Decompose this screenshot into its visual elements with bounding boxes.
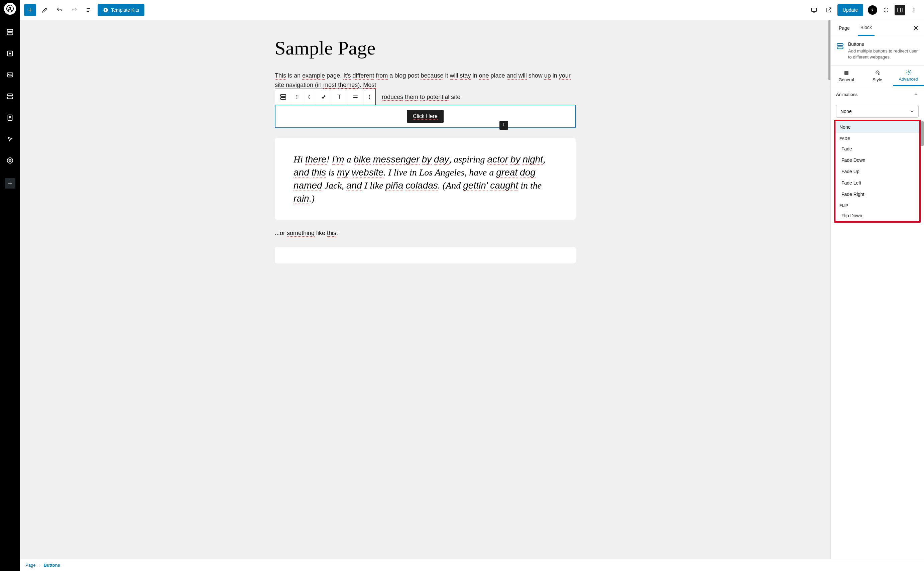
- dropdown-group-flip: FLIP: [835, 200, 919, 210]
- style-icon: [875, 70, 881, 76]
- svg-point-17: [296, 95, 296, 96]
- dropdown-option-fade-down[interactable]: Fade Down: [835, 154, 919, 166]
- star-icon[interactable]: [6, 156, 14, 165]
- buttons-block[interactable]: Click Here +: [275, 105, 576, 128]
- svg-point-22: [298, 97, 298, 98]
- wordpress-logo[interactable]: [4, 3, 16, 15]
- block-title: Buttons: [848, 42, 919, 47]
- dropdown-option-fade-right[interactable]: Fade Right: [835, 188, 919, 200]
- move-arrows-icon[interactable]: [303, 89, 315, 105]
- external-link-icon[interactable]: [823, 4, 835, 16]
- add-block-button[interactable]: [24, 4, 36, 16]
- dropdown-option-flip-down[interactable]: Flip Down: [835, 210, 919, 221]
- template-kits-button[interactable]: Template Kits: [98, 4, 144, 16]
- drag-handle-icon[interactable]: [291, 89, 303, 105]
- svg-rect-10: [811, 8, 816, 11]
- svg-point-24: [369, 96, 370, 97]
- cursor-icon[interactable]: [6, 135, 14, 143]
- heading-icon[interactable]: [6, 49, 14, 57]
- svg-rect-27: [837, 47, 843, 49]
- topbar: Template Kits Update: [20, 0, 924, 20]
- breadcrumb: Page › Buttons: [20, 559, 924, 571]
- dropdown-option-fade[interactable]: Fade: [835, 143, 919, 154]
- dropdown-option-fade-left[interactable]: Fade Left: [835, 177, 919, 188]
- tab-page[interactable]: Page: [836, 20, 853, 36]
- animations-section: Animations: [831, 86, 924, 102]
- list-view-button[interactable]: [83, 4, 95, 16]
- svg-point-23: [369, 95, 370, 96]
- buttons-icon[interactable]: [6, 92, 14, 100]
- layout-icon[interactable]: [6, 28, 14, 36]
- redo-button[interactable]: [68, 4, 80, 16]
- paragraph-block[interactable]: This is an example page. It's different …: [275, 71, 576, 90]
- svg-rect-28: [844, 71, 848, 75]
- close-icon[interactable]: ✕: [913, 24, 919, 32]
- chevron-up-icon: [913, 92, 919, 97]
- animation-select[interactable]: None: [836, 105, 919, 118]
- device-preview-icon[interactable]: [808, 4, 820, 16]
- sidebar-subtabs: General Style Advanced: [831, 66, 924, 86]
- block-toolbar: [275, 89, 376, 105]
- svg-point-12: [913, 7, 914, 8]
- dropdown-group-fade: FADE: [835, 133, 919, 143]
- paragraph-trailing[interactable]: ...or something like this:: [275, 230, 576, 237]
- page-title[interactable]: Sample Page: [275, 37, 576, 59]
- svg-rect-11: [898, 8, 902, 12]
- dropdown-option-fade-up[interactable]: Fade Up: [835, 166, 919, 177]
- image-icon[interactable]: [6, 71, 14, 79]
- breadcrumb-buttons[interactable]: Buttons: [44, 563, 60, 568]
- align-vertical-icon[interactable]: [331, 89, 347, 105]
- svg-point-19: [296, 97, 296, 97]
- svg-rect-6: [7, 97, 13, 99]
- svg-rect-2: [7, 33, 13, 35]
- dropdown-option-none[interactable]: None: [835, 121, 919, 133]
- block-header: Buttons Add multiple buttons to redirect…: [831, 36, 924, 66]
- sidebar-add-icon[interactable]: [5, 178, 15, 188]
- buttons-block-icon: [836, 42, 844, 50]
- toolbar-more-icon[interactable]: [363, 89, 375, 105]
- general-icon: [844, 70, 850, 76]
- update-button[interactable]: Update: [838, 4, 863, 16]
- svg-point-18: [298, 95, 298, 96]
- admin-bar: [0, 0, 20, 571]
- svg-rect-26: [837, 43, 843, 45]
- button-element[interactable]: Click Here: [407, 110, 444, 123]
- svg-rect-5: [7, 94, 13, 96]
- pin-icon[interactable]: [315, 89, 331, 105]
- bolt-circle-icon[interactable]: [868, 5, 877, 15]
- advanced-icon: [905, 69, 912, 75]
- sparkle-icon[interactable]: [880, 4, 892, 16]
- edit-icon[interactable]: [39, 4, 51, 16]
- align-horizontal-icon[interactable]: [347, 89, 363, 105]
- settings-sidebar: Page Block ✕ Buttons Add multiple button…: [830, 20, 924, 571]
- editor-canvas[interactable]: Sample Page This is an example page. It'…: [20, 20, 830, 571]
- svg-rect-15: [280, 94, 286, 96]
- undo-button[interactable]: [54, 4, 66, 16]
- animation-dropdown: None FADE Fade Fade Down Fade Up Fade Le…: [834, 120, 921, 223]
- template-kits-label: Template Kits: [111, 7, 139, 13]
- svg-rect-16: [280, 97, 286, 100]
- bolt-icon: [103, 7, 108, 13]
- chevron-down-icon: [910, 109, 914, 114]
- dropdown-scrollbar[interactable]: [921, 121, 924, 146]
- svg-point-14: [913, 11, 914, 12]
- tab-block[interactable]: Block: [858, 20, 875, 36]
- page-icon[interactable]: [6, 114, 14, 122]
- empty-block[interactable]: [275, 247, 576, 264]
- svg-point-30: [908, 71, 909, 73]
- subtab-general[interactable]: General: [831, 66, 862, 86]
- svg-point-13: [913, 9, 914, 10]
- subtab-style[interactable]: Style: [862, 66, 893, 86]
- svg-point-25: [369, 98, 370, 99]
- block-description: Add multiple buttons to redirect user to…: [848, 48, 919, 60]
- breadcrumb-page[interactable]: Page: [25, 563, 35, 568]
- add-button-icon[interactable]: +: [500, 121, 508, 130]
- subtab-advanced[interactable]: Advanced: [893, 66, 924, 86]
- sidebar-toggle-icon[interactable]: [895, 5, 905, 15]
- quote-block[interactable]: Hi there! I'm a bike messenger by day, a…: [275, 138, 576, 220]
- chevron-right-icon: ›: [39, 563, 40, 568]
- block-type-icon[interactable]: [275, 89, 291, 105]
- scrollbar[interactable]: [828, 20, 830, 80]
- animations-header[interactable]: Animations: [836, 92, 919, 97]
- more-options-icon[interactable]: [908, 4, 920, 16]
